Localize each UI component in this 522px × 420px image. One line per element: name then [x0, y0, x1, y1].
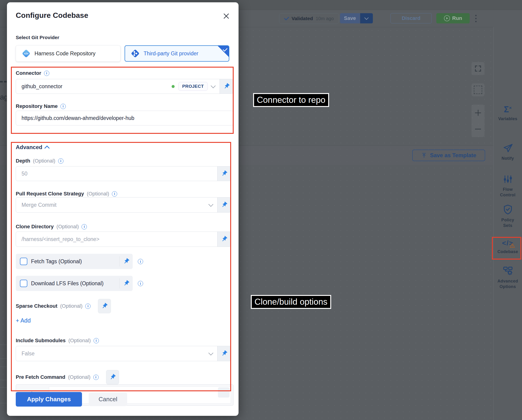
pin-button[interactable] — [120, 258, 133, 265]
info-icon[interactable]: i — [85, 304, 91, 309]
chevron-down-icon — [208, 202, 213, 206]
discard-button[interactable]: Discard — [391, 13, 432, 23]
fetch-tags-checkbox[interactable] — [20, 258, 27, 265]
depth-input[interactable] — [16, 171, 217, 177]
info-icon[interactable]: i — [58, 158, 63, 164]
advanced-label: Advanced — [16, 144, 42, 151]
include-submodules-label: Include Submodules — [16, 338, 66, 344]
git-provider-label: Select Git Provider — [16, 35, 59, 40]
chevron-down-icon[interactable] — [211, 83, 216, 88]
pre-fetch-command-label: Pre Fetch Command — [16, 374, 65, 380]
annotation-label-connector: Connector to repo — [253, 93, 329, 107]
pin-button[interactable] — [217, 198, 231, 212]
pin-button[interactable] — [120, 280, 133, 287]
clone-directory-label-row: Clone Directory (Optional) i — [16, 224, 87, 230]
info-icon[interactable]: i — [138, 281, 143, 286]
chevron-down-icon — [364, 15, 368, 20]
pin-button[interactable] — [217, 167, 231, 181]
provider-option-harness[interactable]: </> Harness Code Repository — [16, 45, 120, 61]
editor-expand-button[interactable] — [218, 387, 230, 397]
pin-button[interactable] — [98, 299, 111, 313]
background-list-divider — [0, 359, 7, 359]
sidebar-item-flow-control[interactable]: Flow Control — [493, 174, 522, 198]
zoom-out-button[interactable] — [471, 121, 484, 137]
advanced-toggle[interactable]: Advanced — [16, 144, 49, 151]
sidebar-item-advanced-options[interactable]: Advanced Options — [493, 265, 522, 290]
depth-label: Depth — [16, 158, 30, 164]
background-list-divider — [0, 380, 7, 380]
fetch-tags-row: Fetch Tags (Optional) — [16, 254, 133, 269]
selection-tool-button[interactable] — [471, 83, 484, 96]
sidebar-item-policy-sets[interactable]: Policy Sets — [493, 204, 522, 229]
optional-tag: (Optional) — [87, 191, 109, 197]
pin-icon — [107, 372, 117, 382]
optional-tag: (Optional) — [68, 338, 91, 344]
info-icon[interactable]: i — [138, 259, 143, 264]
add-sparse-path-link[interactable]: + Add — [16, 317, 31, 324]
zoom-in-button[interactable] — [471, 105, 484, 121]
pre-fetch-command-row: Pre Fetch Command (Optional) i — [16, 370, 119, 384]
sidebar-item-variables[interactable]: × Variables — [493, 105, 522, 122]
repository-name-label: Repository Name — [16, 103, 58, 109]
info-icon[interactable]: i — [93, 375, 99, 380]
connector-label: Connector — [16, 70, 41, 76]
save-button[interactable]: Save — [340, 13, 360, 23]
include-submodules-value: False — [16, 351, 209, 357]
info-icon[interactable]: i — [112, 191, 117, 197]
repository-name-input[interactable] — [16, 115, 233, 121]
fullscreen-button[interactable] — [471, 62, 484, 75]
run-button[interactable]: Run — [436, 13, 470, 23]
play-icon — [444, 15, 450, 21]
info-icon[interactable]: i — [93, 338, 99, 343]
info-icon[interactable]: i — [44, 71, 49, 76]
info-icon[interactable]: i — [61, 104, 66, 109]
sidebar-item-codebase[interactable]: Codebase — [493, 240, 522, 254]
provider-option-label: Harness Code Repository — [35, 51, 95, 57]
optional-tag: (Optional) — [33, 158, 55, 164]
sidebar-item-label: Codebase — [498, 249, 518, 254]
download-lfs-checkbox[interactable] — [20, 280, 27, 287]
include-submodules-select[interactable]: False — [16, 346, 231, 361]
save-as-template-button[interactable]: Save as Template — [412, 150, 485, 161]
optional-tag: (Optional) — [56, 224, 79, 230]
pr-clone-strategy-value: Merge Commit — [16, 202, 209, 208]
code-warning-icon — [502, 240, 514, 247]
depth-label-row: Depth (Optional) i — [16, 158, 63, 164]
pin-button[interactable] — [220, 79, 233, 93]
background-list-divider — [0, 367, 7, 367]
sigma-x-icon: × — [504, 105, 512, 114]
sidebar-item-label: Flow Control — [498, 187, 518, 198]
warning-triangle-icon — [509, 242, 515, 248]
close-icon[interactable] — [222, 12, 231, 20]
sparse-checkout-row: Sparse Checkout (Optional) i — [16, 299, 111, 313]
optional-tag: (Optional) — [68, 374, 91, 380]
modal-title: Configure Codebase — [16, 11, 88, 20]
configure-codebase-modal: Configure Codebase Select Git Provider <… — [7, 2, 238, 416]
save-dropdown-button[interactable] — [360, 13, 373, 23]
connector-field[interactable]: github_connector PROJECT — [16, 79, 233, 94]
connector-status-dot — [172, 85, 175, 88]
repository-name-field-wrap — [16, 111, 233, 125]
pin-button[interactable] — [217, 232, 231, 247]
pin-button[interactable] — [106, 370, 119, 384]
minus-icon — [475, 129, 481, 130]
sidebar-item-notify[interactable]: Notify — [493, 143, 522, 161]
check-icon — [284, 15, 289, 20]
clone-directory-input[interactable] — [16, 236, 217, 242]
plus-icon — [475, 113, 481, 113]
kebab-menu-button[interactable] — [475, 15, 477, 22]
flowchart-gear-icon — [503, 265, 513, 276]
git-provider-icon — [130, 49, 140, 58]
clone-directory-field — [16, 231, 231, 247]
background-list-divider — [0, 344, 7, 345]
apply-changes-button[interactable]: Apply Changes — [16, 392, 82, 407]
chevron-down-icon — [208, 350, 213, 355]
sliders-icon — [503, 174, 513, 184]
pin-icon — [121, 279, 131, 288]
pin-button[interactable] — [217, 346, 231, 361]
cancel-button[interactable]: Cancel — [89, 392, 127, 406]
validated-label: Validated — [292, 16, 313, 21]
provider-option-thirdparty[interactable]: Third-party Git provider — [125, 45, 229, 61]
pr-clone-strategy-select[interactable]: Merge Commit — [16, 197, 231, 213]
info-icon[interactable]: i — [82, 224, 87, 229]
